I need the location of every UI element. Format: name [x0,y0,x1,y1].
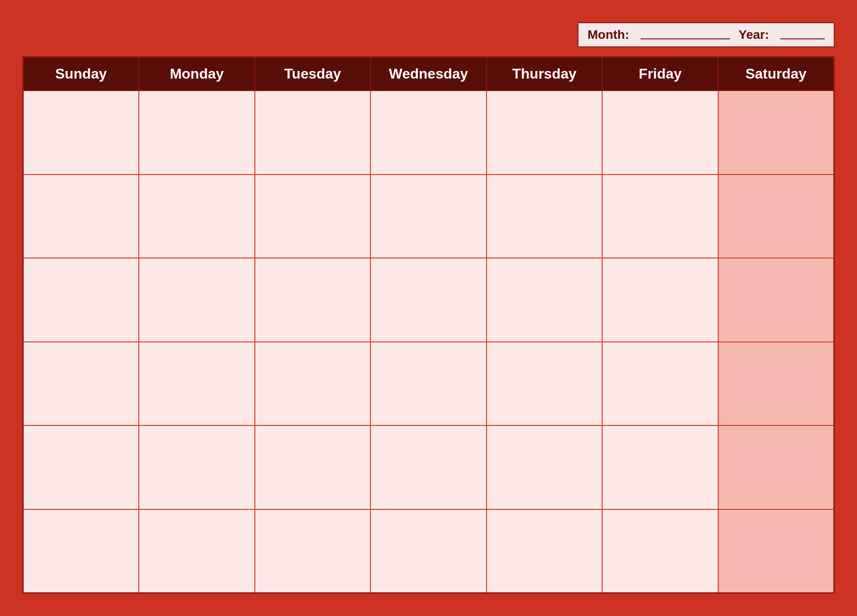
cell-r6-sat[interactable] [718,509,834,593]
cell-r4-mon[interactable] [139,342,255,426]
calendar-table: Sunday Monday Tuesday Wednesday Thursday… [22,56,835,594]
calendar-row-1 [23,91,834,175]
cell-r5-wed[interactable] [370,425,487,509]
cell-r2-tue[interactable] [255,175,371,258]
cell-r4-wed[interactable] [370,342,487,426]
cell-r1-wed[interactable] [370,91,487,175]
calendar-row-4 [23,342,834,426]
cell-r4-tue[interactable] [255,342,371,426]
cell-r5-mon[interactable] [139,425,255,509]
header-monday: Monday [139,57,255,91]
month-label: Month: [587,28,629,42]
cell-r3-fri[interactable] [602,258,718,342]
calendar-body [23,91,834,593]
cell-r3-thu[interactable] [487,258,603,342]
cell-r5-tue[interactable] [255,425,371,509]
cell-r2-sun[interactable] [23,175,139,258]
page-container: Month: Year: Sunday Monday Tuesday Wedne… [22,22,835,594]
cell-r3-tue[interactable] [255,258,371,342]
cell-r2-fri[interactable] [602,175,718,258]
cell-r3-wed[interactable] [370,258,487,342]
header-thursday: Thursday [487,57,603,91]
header-sunday: Sunday [23,57,139,91]
month-year-fields: Month: Year: [578,22,835,47]
header-tuesday: Tuesday [255,57,371,91]
calendar-row-3 [23,258,834,342]
cell-r5-sat[interactable] [718,425,834,509]
cell-r4-thu[interactable] [487,342,603,426]
cell-r2-wed[interactable] [370,175,487,258]
cell-r6-tue[interactable] [255,509,371,593]
calendar-row-5 [23,425,834,509]
cell-r1-sun[interactable] [23,91,139,175]
cell-r2-mon[interactable] [139,175,255,258]
month-input-line[interactable] [641,30,730,39]
cell-r3-mon[interactable] [139,258,255,342]
header-row-days: Sunday Monday Tuesday Wednesday Thursday… [23,57,834,91]
cell-r6-fri[interactable] [602,509,718,593]
header-saturday: Saturday [718,57,834,91]
header-row: Month: Year: [22,22,835,56]
cell-r1-thu[interactable] [487,91,603,175]
header-wednesday: Wednesday [370,57,487,91]
cell-r5-thu[interactable] [487,425,603,509]
cell-r1-sat[interactable] [718,91,834,175]
cell-r2-thu[interactable] [487,175,603,258]
cell-r5-sun[interactable] [23,425,139,509]
cell-r3-sun[interactable] [23,258,139,342]
cell-r6-sun[interactable] [23,509,139,593]
year-label: Year: [739,28,770,42]
cell-r4-sat[interactable] [718,342,834,426]
cell-r2-sat[interactable] [718,175,834,258]
cell-r4-fri[interactable] [602,342,718,426]
cell-r6-mon[interactable] [139,509,255,593]
cell-r6-wed[interactable] [370,509,487,593]
year-input-line[interactable] [780,30,825,39]
header-friday: Friday [602,57,718,91]
cell-r1-tue[interactable] [255,91,371,175]
calendar-row-6 [23,509,834,593]
cell-r4-sun[interactable] [23,342,139,426]
calendar-header: Sunday Monday Tuesday Wednesday Thursday… [23,57,834,91]
cell-r1-fri[interactable] [602,91,718,175]
cell-r6-thu[interactable] [487,509,603,593]
cell-r5-fri[interactable] [602,425,718,509]
calendar-row-2 [23,175,834,258]
cell-r3-sat[interactable] [718,258,834,342]
cell-r1-mon[interactable] [139,91,255,175]
